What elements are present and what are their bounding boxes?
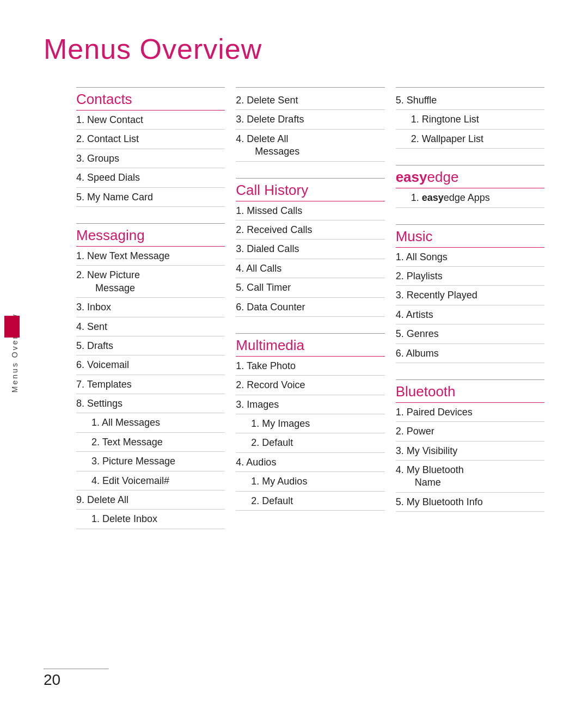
list-item: 4. Delete All Messages (236, 130, 384, 162)
list-item: 5. My Bluetooth Info (396, 493, 544, 512)
list-item: 4. All Calls (236, 259, 384, 278)
list-item: 3. Images (236, 395, 384, 414)
call-history-list: 1. Missed Calls 2. Received Calls 3. Dia… (236, 201, 384, 317)
list-item: 2. Default (236, 492, 384, 511)
list-item: 2. Power (396, 422, 544, 441)
list-item: 2. Default (236, 433, 384, 452)
section-title-messaging: Messaging (76, 227, 225, 247)
list-item: 1. New Text Message (76, 247, 225, 266)
list-item: 6. Voicemail (76, 355, 225, 375)
list-item: 3. Recently Played (396, 286, 544, 305)
list-item: 4. Sent (76, 317, 225, 336)
list-item: 2. Record Voice (236, 376, 384, 395)
list-item: 1. Delete Inbox (76, 510, 225, 529)
list-item: 2. Received Calls (236, 220, 384, 240)
section-title-call-history: Call History (236, 182, 384, 201)
contacts-list: 1. New Contact 2. Contact List 3. Groups… (76, 111, 225, 207)
list-item: 2. Text Message (76, 433, 225, 452)
section-title-bluetooth: Bluetooth (396, 383, 544, 403)
list-item: 6. Data Counter (236, 298, 384, 317)
divider-bluetooth (396, 379, 544, 380)
list-item: 4. Artists (396, 305, 544, 324)
list-item: 5. Genres (396, 324, 544, 344)
section-easyedge: easyedge 1. easyedge Apps (396, 165, 544, 207)
list-item: 2. Contact List (76, 130, 225, 149)
list-item: 3. My Visibility (396, 442, 544, 461)
divider-contacts (76, 87, 225, 88)
list-item: 1. Ringtone List (396, 110, 544, 129)
divider-multimedia (236, 333, 384, 334)
list-item: 2. New Picture Message (76, 266, 225, 298)
list-item: 3. Delete Drafts (236, 110, 384, 129)
music-list: 1. All Songs 2. Playlists 3. Recently Pl… (396, 248, 544, 363)
list-item: 1. All Messages (76, 413, 225, 432)
content-area: Contacts 1. New Contact 2. Contact List … (76, 87, 555, 545)
divider-music-pre (396, 87, 544, 88)
list-item: 4. Edit Voicemail# (76, 471, 225, 491)
list-item: 5. My Name Card (76, 188, 225, 207)
list-item: 9. Delete All (76, 491, 225, 510)
column-2: 2. Delete Sent 3. Delete Drafts 4. Delet… (236, 87, 395, 545)
list-item: 2. Playlists (396, 267, 544, 286)
list-item: 3. Dialed Calls (236, 240, 384, 259)
list-item: 4. Speed Dials (76, 168, 225, 187)
messaging-list: 1. New Text Message 2. New Picture Messa… (76, 247, 225, 529)
multimedia-list: 1. Take Photo 2. Record Voice 3. Images … (236, 357, 384, 511)
list-item: 8. Settings (76, 394, 225, 413)
list-item: 5. Shuffle (396, 91, 544, 110)
list-item: 1. My Audios (236, 472, 384, 491)
divider-music (396, 224, 544, 225)
list-item: 2. Wallpaper List (396, 130, 544, 149)
list-item: 1. Take Photo (236, 357, 384, 376)
page: Menus Overview Menus Overview Contacts 1… (0, 0, 588, 705)
list-item: 1. All Songs (396, 248, 544, 267)
section-title-multimedia: Multimedia (236, 337, 384, 357)
divider-easyedge (396, 165, 544, 165)
page-number: 20 (44, 671, 60, 689)
section-contacts: Contacts 1. New Contact 2. Contact List … (76, 87, 225, 207)
column-3: 5. Shuffle 1. Ringtone List 2. Wallpaper… (396, 87, 555, 545)
section-messaging-cont: 2. Delete Sent 3. Delete Drafts 4. Delet… (236, 87, 384, 162)
page-title: Menus Overview (44, 33, 555, 65)
list-item: 3. Groups (76, 149, 225, 168)
list-item: 1. Paired Devices (396, 403, 544, 422)
divider-call-history (236, 178, 384, 179)
list-item: 7. Templates (76, 375, 225, 394)
bluetooth-list: 1. Paired Devices 2. Power 3. My Visibil… (396, 403, 544, 512)
section-messaging: Messaging 1. New Text Message 2. New Pic… (76, 223, 225, 529)
list-item: 4. Audios (236, 453, 384, 472)
list-item: 1. Missed Calls (236, 201, 384, 220)
divider-messaging (76, 223, 225, 224)
list-item: 1. New Contact (76, 111, 225, 130)
list-item: 1. easyedge Apps (396, 188, 544, 207)
list-item: 4. My Bluetooth Name (396, 461, 544, 493)
list-item: 1. My Images (236, 414, 384, 433)
section-music-pre: 5. Shuffle 1. Ringtone List 2. Wallpaper… (396, 87, 544, 149)
messaging-cont-list: 2. Delete Sent 3. Delete Drafts 4. Delet… (236, 91, 384, 162)
list-item: 5. Drafts (76, 336, 225, 355)
section-music: Music 1. All Songs 2. Playlists 3. Recen… (396, 224, 544, 363)
column-1: Contacts 1. New Contact 2. Contact List … (76, 87, 236, 545)
section-title-music: Music (396, 228, 544, 248)
easyedge-list: 1. easyedge Apps (396, 188, 544, 207)
list-item: 5. Call Timer (236, 278, 384, 297)
list-item: 6. Albums (396, 344, 544, 363)
section-multimedia: Multimedia 1. Take Photo 2. Record Voice… (236, 333, 384, 511)
section-call-history: Call History 1. Missed Calls 2. Received… (236, 178, 384, 317)
list-item: 3. Inbox (76, 298, 225, 317)
music-pre-list: 5. Shuffle 1. Ringtone List 2. Wallpaper… (396, 91, 544, 149)
list-item: 2. Delete Sent (236, 91, 384, 110)
section-title-easyedge: easyedge (396, 169, 544, 188)
section-title-contacts: Contacts (76, 91, 225, 111)
bottom-line (44, 669, 109, 670)
divider-msg-cont (236, 87, 384, 88)
sidebar-bar (4, 316, 20, 338)
list-item: 3. Picture Message (76, 452, 225, 471)
section-bluetooth: Bluetooth 1. Paired Devices 2. Power 3. … (396, 379, 544, 512)
